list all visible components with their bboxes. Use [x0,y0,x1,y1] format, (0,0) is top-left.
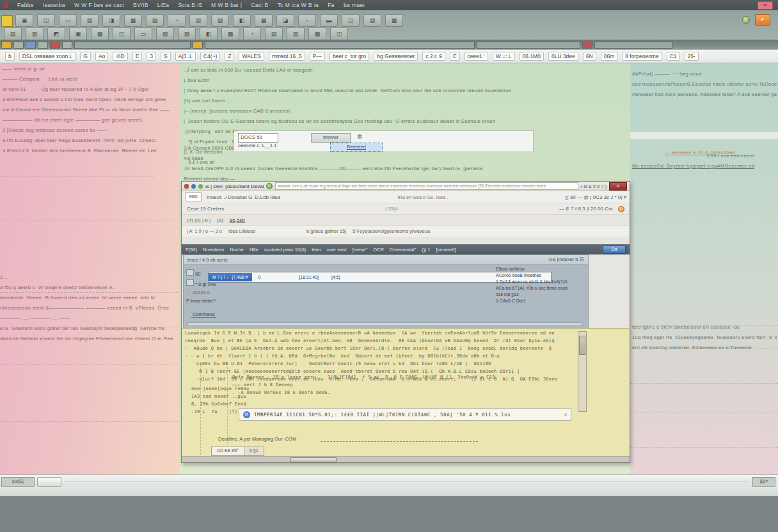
focused-button[interactable]: Beeeeed [330,143,383,152]
format-control[interactable]: 6N [583,52,596,61]
scrollbar-thumb[interactable] [579,336,585,355]
toolbar-icon[interactable]: ◫ [342,14,360,27]
highlight-tool-icon[interactable] [1,15,13,27]
toolbar-icon[interactable]: ▣ [15,14,33,27]
toolbar-icon[interactable]: ▦ [124,14,142,27]
window-menu-item[interactable]: [reese" [353,247,368,253]
toolbar-icon[interactable]: ▦ [308,27,326,40]
format-control[interactable]: W =: L [493,52,515,61]
toolbar-icon[interactable]: ▦ [385,14,403,27]
format-control[interactable]: mmsot 16 ,5 [269,52,305,61]
close-button[interactable]: ✕ [609,182,627,191]
mini-chip-icon[interactable] [13,42,24,49]
toolbar-icon[interactable]: ▨ [211,14,229,27]
vertical-scrollbar[interactable]: 1 [578,331,587,412]
selected-segment[interactable]: M 7 | ! ← [7,4u8 # [209,273,252,281]
title-bar-icons[interactable]: • Ø £ # 0 ? ) [581,184,607,189]
menu-item[interactable]: Fabbs [17,2,34,8]
toolbar-icon[interactable]: ▫ [298,14,316,27]
warning-item[interactable]: 34146 0 [186,290,257,295]
command-link[interactable]: Command [191,311,216,318]
format-control[interactable]: 25- [685,52,699,61]
scrollbar-track[interactable] [64,481,749,481]
toolbar-icon[interactable]: ▬ [320,14,338,27]
window-menu-item[interactable]: Ceremoniat" [390,247,416,253]
menu-action-button[interactable]: Da [603,246,626,254]
window-tab-label[interactable]: w | Dev: (document Deval [205,184,264,189]
toolbar-icon[interactable]: ◫ [113,27,131,40]
menu-item[interactable]: LiEa [157,2,170,8]
toolbar-icon[interactable]: ▨ [178,27,196,40]
mini-chip-icon[interactable] [582,42,592,49]
dialog-scrollbar[interactable] [187,322,582,326]
menu-item[interactable]: Iaaxeiba [43,2,65,8]
sheet-tab[interactable]: CD EE 95° [211,446,244,456]
scrollbar-left-icons[interactable]: |uu|E| [1,477,35,487]
toolbar-icon[interactable]: ▩ [255,14,273,27]
menu-item[interactable]: Scia.B.I5 [178,2,202,8]
format-control[interactable]: E [450,52,460,61]
info-bar-end-icon[interactable]: ʎ [564,412,567,418]
toolbar-icon[interactable]: ◧ [233,14,251,27]
gear-icon[interactable]: ⚙ [357,133,363,140]
window-menu-item[interactable]: Nrrestrem [203,247,224,253]
toolbar-icon[interactable]: ◨ [102,14,120,27]
mini-chip-icon[interactable] [1,42,12,49]
orange-tool-button[interactable]: F [755,14,770,26]
menu-item[interactable]: Fa [328,2,335,8]
scrollbar-right-icons[interactable]: |B|≡ [752,477,775,487]
toolbar-icon[interactable]: ◩ [47,27,65,40]
menu-item[interactable]: W W F bes ae caci [74,2,124,8]
toolbar-icon[interactable]: ◫ [330,27,348,40]
toolbar-icon[interactable]: ◫ [37,14,55,27]
window-menu-item[interactable]: teen [312,247,321,253]
format-control[interactable]: b [5,52,15,61]
format-control[interactable]: 06m [601,52,618,61]
format-control[interactable]: E [132,52,143,61]
format-control[interactable]: 8 forpeoeome [622,52,662,61]
menu-item[interactable]: Tc M ica W B ia [278,2,319,8]
window-menu-item[interactable]: scoluted pass 10(0) [264,247,306,253]
window-menu-item[interactable]: over east [327,247,347,253]
menu-item[interactable]: BV/IB [133,2,148,8]
filesize-link[interactable]: 86,5kb [230,217,245,223]
format-control[interactable]: P— [310,52,325,61]
toolbar-icon[interactable]: ◪ [276,14,294,27]
menu-item[interactable]: Caci B [251,2,268,8]
toolbar-icon[interactable]: ▭ [134,27,152,40]
window-menu-item[interactable]: F(50) [186,247,197,253]
window-menu-item[interactable]: [verwrett] [436,247,456,253]
toolbar-icon[interactable]: ▥ [287,27,305,40]
mini-chip-icon[interactable] [26,42,36,49]
bottom-scrollbar[interactable]: |uu|E| |B|≡ [0,474,778,489]
url-field[interactable]: wwww. mm s ae eoue erg reeerue bayr aer … [275,182,578,190]
format-control[interactable]: bg Gesssewoer [374,52,418,61]
docs-field[interactable]: DOCS 51 [238,133,278,143]
format-control[interactable]: 3 [147,52,156,61]
toolbar-icon[interactable]: ▤ [4,27,22,40]
format-control[interactable]: A|3..L [175,52,196,61]
toolbar-icon[interactable]: ▭ [59,14,77,27]
format-control[interactable]: C1 [667,52,680,61]
window-menu-item[interactable]: OCR [373,247,384,253]
address-path[interactable]: Inoeut. ./ Dovabel G. D.Ldb Idea [207,194,280,200]
format-control[interactable]: DSL ossaaae xoon L [19,52,76,61]
window-menu-item[interactable]: ()| 1 [422,247,430,253]
dialog-header-right[interactable]: O& [indexer b 日 [549,256,584,263]
mini-chip-icon[interactable] [62,42,72,49]
window-menu-item[interactable]: Noche [230,247,244,253]
format-control[interactable]: ⊙D [113,52,127,61]
window-title-bar[interactable]: w | Dev: (document Deval wwww. mm s ae e… [182,182,630,191]
toolbar-icon[interactable]: ▥ [26,27,44,40]
menu-item[interactable]: M W B bai | [211,2,242,8]
close-button[interactable]: ▪▪ [758,1,773,10]
scrollbar-thumb[interactable] [290,457,337,462]
menu-item[interactable]: ba maei [344,2,365,8]
mini-chip-icon[interactable] [38,42,48,49]
toolbar-icon[interactable]: ▤ [265,27,283,40]
toolbar-icon[interactable]: ◔ [243,27,261,40]
format-control[interactable]: WALES [239,52,264,61]
format-control[interactable]: C4(~) [200,52,221,61]
toolbar-icon[interactable]: ▩ [221,27,239,40]
format-control[interactable]: Z [225,52,234,61]
